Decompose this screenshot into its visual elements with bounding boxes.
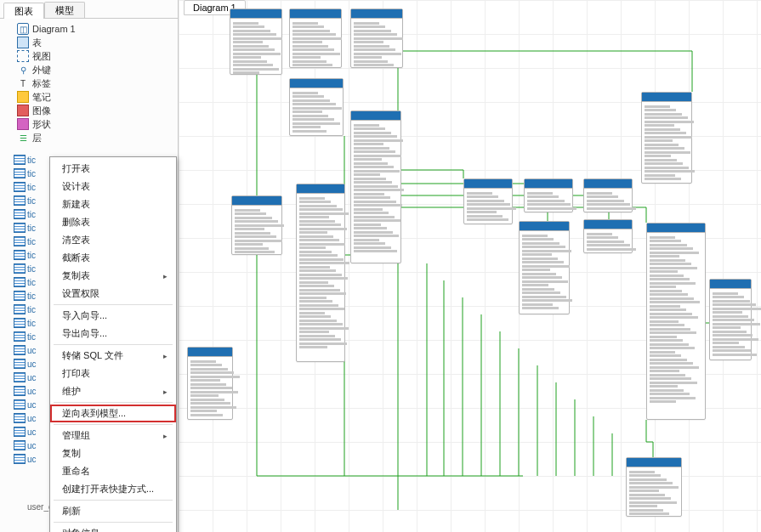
- table-list-row[interactable]: uc: [14, 452, 48, 466]
- menu-export-wizard[interactable]: 导出向导...: [50, 325, 176, 342]
- tree-item-foreignkey[interactable]: ⚲ 外键: [0, 63, 178, 76]
- menu-copy[interactable]: 复制: [50, 444, 176, 462]
- erd-table-box[interactable]: [230, 8, 282, 75]
- menu-separator: [54, 304, 173, 305]
- menu-separator: [54, 402, 173, 403]
- table-list-row[interactable]: tic: [14, 289, 48, 303]
- menu-object-info[interactable]: 对象信息: [50, 524, 176, 532]
- table-list-row[interactable]: uc: [14, 425, 48, 439]
- menu-dump-sql[interactable]: 转储 SQL 文件: [50, 347, 176, 365]
- table-list-row[interactable]: tic: [14, 275, 48, 289]
- table-icon: [14, 440, 26, 450]
- erd-table-body: [584, 189, 632, 212]
- table-list-row[interactable]: tic: [14, 153, 48, 167]
- table-list-label: uc: [27, 346, 37, 355]
- table-list-row[interactable]: tic: [14, 303, 48, 316]
- erd-table-box[interactable]: [583, 178, 633, 212]
- table-list-label: uc: [27, 359, 37, 369]
- table-list-row[interactable]: tic: [14, 180, 48, 194]
- table-list-label: tic: [27, 319, 36, 328]
- menu-print-table[interactable]: 打印表: [50, 365, 176, 382]
- menu-manage-group[interactable]: 管理组: [50, 427, 176, 444]
- table-list: tictictictictictictictictictictictictict…: [14, 153, 48, 466]
- erd-table-box[interactable]: [641, 92, 692, 184]
- erd-table-box[interactable]: [350, 8, 403, 68]
- menu-separator: [54, 424, 173, 425]
- menu-open-table[interactable]: 打开表: [50, 160, 176, 178]
- menu-create-shortcut[interactable]: 创建打开表快捷方式...: [50, 480, 176, 498]
- table-list-row[interactable]: uc: [14, 357, 48, 371]
- table-list-row[interactable]: uc: [14, 398, 48, 411]
- table-icon: [17, 37, 29, 48]
- table-list-row[interactable]: uc: [14, 343, 48, 357]
- tree-label: 形状: [32, 118, 51, 131]
- table-list-row[interactable]: tic: [14, 262, 48, 275]
- tree-label: 笔记: [32, 91, 51, 104]
- tree-item-shape[interactable]: 形状: [0, 117, 178, 131]
- diagram-canvas[interactable]: Diagram 1: [179, 0, 761, 532]
- menu-new-table[interactable]: 新建表: [50, 195, 176, 213]
- tab-model[interactable]: 模型: [44, 2, 85, 18]
- erd-table-box[interactable]: [646, 223, 706, 420]
- note-icon: [17, 91, 29, 103]
- table-list-row[interactable]: tic: [14, 330, 48, 343]
- erd-table-box[interactable]: [463, 178, 513, 224]
- menu-refresh[interactable]: 刷新: [50, 502, 176, 520]
- table-list-row[interactable]: tic: [14, 207, 48, 221]
- table-list-row[interactable]: tic: [14, 167, 48, 180]
- label-icon: T: [17, 77, 29, 89]
- table-icon: [14, 263, 26, 274]
- menu-design-table[interactable]: 设计表: [50, 178, 176, 195]
- table-list-label: uc: [27, 455, 37, 464]
- table-list-row[interactable]: uc: [14, 371, 48, 384]
- tree-item-view[interactable]: 视图: [0, 49, 178, 63]
- table-icon: [14, 359, 26, 369]
- table-icon: [14, 168, 26, 178]
- table-list-row[interactable]: uc: [14, 439, 48, 452]
- table-list-label: tic: [27, 224, 36, 233]
- menu-reverse-to-model[interactable]: 逆向表到模型...: [50, 405, 176, 422]
- erd-table-box[interactable]: [709, 279, 752, 360]
- table-icon: [14, 331, 26, 342]
- erd-table-box[interactable]: [350, 110, 401, 263]
- table-list-row[interactable]: tic: [14, 248, 48, 262]
- tree-item-image[interactable]: 图像: [0, 104, 178, 117]
- tab-diagram[interactable]: 图表: [3, 3, 44, 19]
- table-list-row[interactable]: uc: [14, 384, 48, 398]
- tree-item-layer[interactable]: ☰ 层: [0, 131, 178, 144]
- table-list-row[interactable]: tic: [14, 221, 48, 235]
- menu-separator: [54, 500, 173, 501]
- menu-empty-table[interactable]: 清空表: [50, 231, 176, 249]
- menu-privilege[interactable]: 设置权限: [50, 285, 176, 303]
- erd-table-box[interactable]: [626, 457, 682, 517]
- menu-copy-table[interactable]: 复制表: [50, 267, 176, 285]
- erd-table-body: [627, 467, 681, 518]
- erd-table-header: [290, 9, 341, 19]
- table-list-row[interactable]: tic: [14, 316, 48, 330]
- erd-table-box[interactable]: [289, 8, 342, 68]
- erd-table-box[interactable]: [583, 219, 633, 253]
- erd-table-box[interactable]: [296, 184, 345, 362]
- menu-maintain[interactable]: 维护: [50, 382, 176, 400]
- table-list-row[interactable]: tic: [14, 235, 48, 248]
- tree-item-table[interactable]: 表: [0, 36, 178, 49]
- tree-item-note[interactable]: 笔记: [0, 90, 178, 104]
- erd-table-body: [647, 233, 705, 406]
- erd-table-box[interactable]: [187, 347, 233, 420]
- table-icon: [14, 277, 26, 287]
- erd-table-box[interactable]: [231, 195, 282, 255]
- menu-rename[interactable]: 重命名: [50, 462, 176, 480]
- tree-item-label[interactable]: T 标签: [0, 76, 178, 90]
- menu-truncate[interactable]: 截断表: [50, 249, 176, 267]
- erd-table-box[interactable]: [519, 221, 570, 314]
- table-list-row[interactable]: uc: [14, 411, 48, 425]
- menu-import-wizard[interactable]: 导入向导...: [50, 307, 176, 325]
- table-list-row[interactable]: tic: [14, 194, 48, 207]
- erd-table-body: [230, 19, 281, 77]
- erd-table-box[interactable]: [289, 78, 344, 136]
- table-icon: [14, 209, 26, 219]
- menu-delete-table[interactable]: 删除表: [50, 213, 176, 231]
- erd-table-box[interactable]: [524, 178, 573, 212]
- tree-item-diagram1[interactable]: ◫ Diagram 1: [0, 22, 178, 36]
- table-icon: [14, 291, 26, 301]
